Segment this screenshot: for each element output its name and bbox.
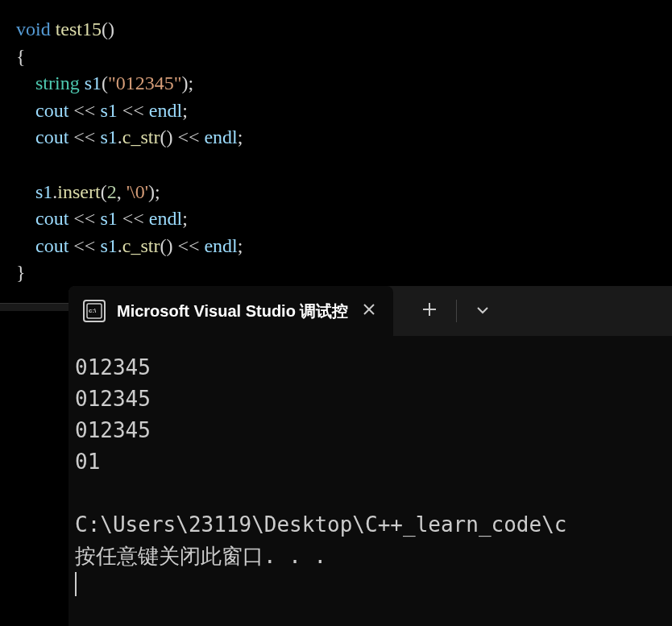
number-literal: 2 — [107, 181, 117, 202]
open-brace: { — [16, 46, 26, 67]
function-name: test15 — [56, 19, 102, 39]
new-tab-button[interactable] — [409, 294, 450, 329]
code-line-8: cout << s1 << endl; — [16, 205, 672, 233]
plus-icon — [422, 302, 437, 317]
parentheses: () — [102, 19, 114, 39]
code-line-9: cout << s1.c_str() << endl; — [16, 233, 672, 260]
output-line: 012345 — [75, 415, 666, 446]
code-line-7: s1.insert(2, '\0'); — [16, 179, 672, 206]
code-editor[interactable]: void test15() { string s1("012345"); cou… — [0, 0, 672, 287]
method-call: insert — [57, 181, 100, 202]
output-path-line: C:\Users\23119\Desktop\C++_learn_code\c — [75, 509, 666, 541]
terminal-tab-bar: c:\ Microsoft Visual Studio 调试控 — [68, 286, 672, 336]
output-line: 012345 — [75, 383, 666, 415]
keyword-void: void — [16, 19, 51, 39]
method-call: c_str — [122, 235, 160, 256]
output-line: 012345 — [75, 352, 666, 383]
code-line-blank — [16, 151, 672, 179]
terminal-output[interactable]: 012345 012345 012345 01 C:\Users\23119\D… — [68, 336, 672, 596]
code-line-1: void test15() — [16, 16, 672, 44]
terminal-window: c:\ Microsoft Visual Studio 调试控 — [68, 286, 672, 626]
terminal-tab-controls — [409, 294, 502, 329]
cmd-icon: c:\ — [86, 303, 102, 319]
terminal-tab-title: Microsoft Visual Studio 调试控 — [117, 301, 348, 322]
chevron-down-icon — [476, 306, 489, 314]
code-line-4: cout << s1 << endl; — [16, 97, 672, 125]
x-icon — [363, 303, 375, 316]
output-line-blank — [75, 478, 666, 509]
variable: s1 — [85, 73, 102, 93]
output-prompt-line: 按任意键关闭此窗口. . . — [75, 541, 666, 572]
code-line-5: cout << s1.c_str() << endl; — [16, 124, 672, 151]
type-keyword: string — [35, 73, 80, 93]
code-line-2: { — [16, 44, 672, 71]
code-line-10: } — [16, 259, 672, 287]
output-line: 01 — [75, 446, 666, 478]
tab-divider — [456, 300, 457, 322]
terminal-icon: c:\ — [83, 300, 106, 322]
terminal-cursor — [75, 572, 666, 596]
close-brace: } — [16, 262, 26, 283]
char-literal: '\0' — [127, 181, 148, 202]
tab-dropdown-button[interactable] — [463, 297, 502, 325]
method-call: c_str — [122, 126, 160, 147]
code-line-3: string s1("012345"); — [16, 70, 672, 97]
svg-text:c:\: c:\ — [89, 307, 97, 314]
close-icon[interactable] — [359, 299, 379, 324]
string-literal: "012345" — [108, 73, 182, 93]
terminal-tab-active[interactable]: c:\ Microsoft Visual Studio 调试控 — [68, 286, 393, 336]
